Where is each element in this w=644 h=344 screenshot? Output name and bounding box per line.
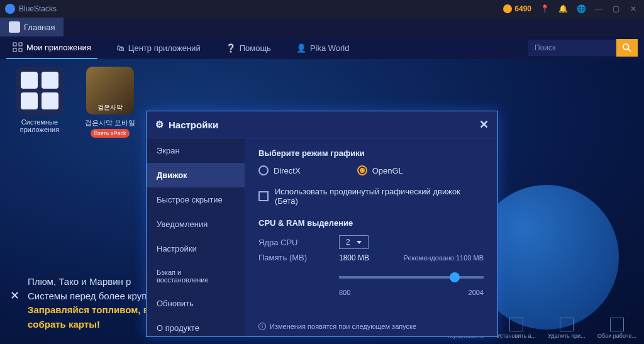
nav-help[interactable]: ❔ Помощь: [219, 36, 277, 59]
svg-rect-0: [13, 43, 16, 46]
settings-panel: Выберите режим графики DirectX OpenGL Ис…: [245, 138, 497, 336]
close-window-button[interactable]: ✕: [630, 4, 639, 13]
restart-note-text: Изменения появятся при следующем запуске: [270, 323, 416, 330]
tab-home-label: Главная: [24, 23, 55, 32]
system-apps-icon: [16, 67, 64, 114]
bell-icon[interactable]: 🔔: [558, 4, 568, 13]
gear-icon: ⚙: [155, 119, 164, 130]
slider-max: 2004: [469, 289, 484, 296]
app-logo-icon: [5, 4, 15, 14]
memory-value: 1800 MB: [339, 253, 369, 262]
location-icon[interactable]: 📍: [540, 4, 550, 13]
chevron-down-icon: [357, 241, 362, 244]
nav-my-apps[interactable]: Мои приложения: [6, 36, 97, 59]
nav-app-center-label: Центр приложений: [128, 43, 201, 53]
radio-directx[interactable]: DirectX: [258, 165, 301, 175]
uninstall-icon: [560, 318, 574, 331]
titlebar-right: 6490 📍 🔔 🌐 — ▢ ✕: [503, 4, 639, 13]
cpu-cores-label: Ядра CPU: [258, 238, 328, 247]
sidebar-item-update[interactable]: Обновить: [147, 291, 245, 316]
cpu-cores-row: Ядра CPU 2: [258, 235, 484, 249]
tray-wallpaper-label: Обои рабоче...: [597, 333, 636, 339]
memory-slider[interactable]: [339, 270, 484, 286]
person-icon: 👤: [296, 43, 306, 53]
app-game[interactable]: ▲ 검은사막 모바일 Взять xPack: [83, 67, 137, 138]
slider-min: 800: [339, 289, 350, 296]
memory-row: Память (MB) 1800 MB Рекомендовано:1100 M…: [258, 253, 484, 262]
game-icon: [86, 67, 134, 114]
shop-icon: 🛍: [116, 43, 125, 53]
settings-modal: ⚙ Настройки ✕ Экран Движок Быстрое скрыт…: [146, 111, 498, 337]
wallpaper-icon: [610, 318, 624, 331]
settings-title: Настройки: [169, 119, 218, 130]
cpu-cores-select[interactable]: 2: [339, 235, 369, 249]
radio-directx-label: DirectX: [274, 166, 301, 175]
sidebar-item-backup[interactable]: Бэкап и восстановление: [147, 261, 245, 291]
nav-my-apps-label: Мои приложения: [26, 43, 91, 52]
sidebar-item-screen[interactable]: Экран: [147, 138, 245, 163]
globe-icon[interactable]: 🌐: [577, 4, 586, 13]
help-icon: ❔: [226, 43, 236, 53]
settings-header: ⚙ Настройки ✕: [147, 111, 497, 138]
settings-close-button[interactable]: ✕: [479, 118, 489, 131]
radio-unchecked-icon: [258, 165, 269, 175]
graphics-radio-group: DirectX OpenGL: [258, 165, 484, 175]
install-icon: [509, 318, 523, 331]
coin-counter[interactable]: 6490: [503, 4, 531, 13]
tray-wallpaper[interactable]: Обои рабоче...: [596, 318, 638, 339]
search-box: [528, 39, 638, 57]
cpu-cores-value: 2: [346, 238, 350, 247]
promo-close-button[interactable]: ✕: [10, 287, 19, 304]
svg-line-5: [628, 49, 631, 52]
desktop: Системные приложения ▲ 검은사막 모바일 Взять xP…: [0, 59, 644, 344]
app-game-label: 검은사막 모바일: [83, 118, 137, 128]
sidebar-item-prefs[interactable]: Настройки: [147, 236, 245, 261]
nav-help-label: Помощь: [240, 43, 271, 53]
checkbox-unchecked-icon: [258, 191, 269, 201]
slider-track: [339, 276, 484, 279]
maximize-button[interactable]: ▢: [613, 4, 621, 13]
app-name: BlueStacks: [19, 4, 57, 13]
sidebar-item-notifications[interactable]: Уведомления: [147, 212, 245, 236]
info-icon: i: [258, 323, 266, 330]
sidebar-item-about[interactable]: О продукте: [147, 316, 245, 340]
home-icon: [9, 21, 20, 33]
settings-body: Экран Движок Быстрое скрытие Уведомления…: [147, 138, 497, 336]
radio-checked-icon: [357, 165, 367, 175]
nav-pika[interactable]: 👤 Pika World: [290, 36, 356, 59]
app-system-label: Системные приложения: [13, 118, 67, 133]
coin-value: 6490: [514, 4, 531, 13]
xpack-badge[interactable]: Взять xPack: [91, 129, 130, 138]
titlebar: BlueStacks 6490 📍 🔔 🌐 — ▢ ✕: [0, 0, 644, 18]
minimize-button[interactable]: —: [595, 4, 604, 13]
main-tabs: Главная: [0, 18, 644, 36]
memory-label: Память (MB): [258, 253, 328, 262]
tray-install[interactable]: Установить a...: [496, 318, 537, 339]
radio-opengl[interactable]: OpenGL: [357, 165, 403, 175]
memory-recommended: Рекомендовано:1100 MB: [404, 254, 484, 262]
search-icon: [623, 43, 631, 52]
advanced-engine-label: Использовать продвинутый графический дви…: [275, 187, 484, 206]
slider-thumb[interactable]: [450, 272, 460, 282]
advanced-engine-row[interactable]: Использовать продвинутый графический дви…: [258, 187, 484, 206]
tray-install-label: Установить a...: [497, 333, 536, 339]
coin-icon: [503, 4, 512, 13]
sidebar-item-engine[interactable]: Движок: [147, 163, 245, 187]
search-button[interactable]: [616, 39, 638, 57]
nav-app-center[interactable]: 🛍 Центр приложений: [110, 36, 207, 59]
svg-point-4: [623, 44, 629, 50]
app-system[interactable]: Системные приложения: [13, 67, 67, 138]
tray-uninstall[interactable]: Удалить при...: [546, 318, 587, 339]
grid-icon: [13, 42, 23, 52]
svg-rect-1: [19, 43, 22, 46]
tab-home[interactable]: Главная: [0, 18, 64, 36]
search-input[interactable]: [528, 40, 616, 56]
nav-pika-label: Pika World: [310, 43, 350, 53]
settings-sidebar: Экран Движок Быстрое скрытие Уведомления…: [147, 138, 245, 336]
svg-rect-2: [13, 48, 16, 52]
cpu-ram-header: CPU & RAM выделение: [258, 218, 484, 228]
radio-opengl-label: OpenGL: [372, 166, 403, 175]
sidebar-item-boss[interactable]: Быстрое скрытие: [147, 187, 245, 212]
tray-uninstall-label: Удалить при...: [548, 333, 585, 339]
graphics-mode-label: Выберите режим графики: [258, 148, 484, 158]
